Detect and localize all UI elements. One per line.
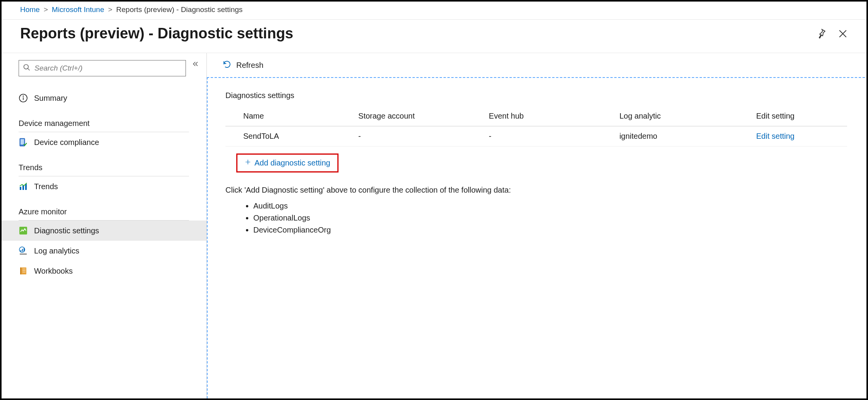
svg-rect-5 (21, 139, 24, 145)
main-content: Refresh Diagnostics settings Name Storag… (207, 53, 866, 398)
svg-rect-16 (20, 267, 21, 274)
refresh-label: Refresh (236, 61, 263, 70)
sidebar-item-workbooks[interactable]: Workbooks (2, 261, 206, 281)
list-item: AuditLogs (253, 200, 847, 212)
command-bar: Refresh (207, 53, 866, 77)
add-diagnostic-setting-button[interactable]: Add diagnostic setting (236, 153, 339, 172)
sidebar-item-label: Log analytics (34, 247, 79, 255)
device-compliance-icon (19, 138, 28, 147)
sidebar-item-label: Device compliance (34, 138, 99, 147)
title-bar: Reports (preview) - Diagnostic settings (2, 20, 866, 53)
search-input[interactable] (31, 64, 182, 72)
search-icon (23, 64, 31, 73)
table-row: SendToLA - - ignitedemo Edit setting (225, 126, 847, 147)
pin-icon[interactable] (815, 28, 827, 40)
list-item: OperationalLogs (253, 212, 847, 224)
page-title: Reports (preview) - Diagnostic settings (20, 25, 815, 42)
log-analytics-icon (19, 246, 28, 255)
trends-icon (19, 182, 28, 191)
sidebar-item-diagnostic-settings[interactable]: Diagnostic settings (2, 221, 206, 241)
sidebar-item-summary[interactable]: Summary (2, 88, 206, 108)
collapse-sidebar-icon[interactable] (192, 60, 199, 70)
search-input-wrap[interactable] (19, 60, 186, 76)
diagnostic-settings-icon (19, 226, 28, 235)
info-text: Click 'Add Diagnostic setting' above to … (225, 186, 847, 195)
svg-rect-11 (21, 250, 21, 252)
refresh-button[interactable]: Refresh (222, 60, 263, 71)
svg-point-0 (24, 64, 29, 69)
col-eventhub: Event hub (486, 108, 617, 126)
cell-storage: - (356, 126, 486, 147)
plus-icon (244, 159, 251, 167)
close-icon[interactable] (837, 28, 849, 40)
info-icon (19, 93, 28, 103)
col-edit: Edit setting (754, 108, 847, 126)
cell-loganalytic: ignitedemo (617, 126, 754, 147)
sidebar-item-device-compliance[interactable]: Device compliance (2, 132, 206, 152)
chevron-right-icon: > (108, 5, 112, 14)
list-item: DeviceComplianceOrg (253, 224, 847, 236)
diagnostics-table: Name Storage account Event hub Log analy… (225, 108, 847, 147)
sidebar-group-trends: Trends (19, 163, 189, 176)
chevron-right-icon: > (44, 5, 48, 14)
section-label: Diagnostics settings (225, 91, 847, 100)
sidebar-group-azure-monitor: Azure monitor (19, 207, 189, 221)
breadcrumb-intune[interactable]: Microsoft Intune (52, 5, 104, 14)
svg-rect-12 (22, 249, 23, 252)
breadcrumb-current: Reports (preview) - Diagnostic settings (116, 5, 242, 14)
add-diagnostic-label: Add diagnostic setting (254, 159, 330, 167)
edit-setting-link[interactable]: Edit setting (756, 132, 794, 140)
sidebar-item-log-analytics[interactable]: Log analytics (2, 241, 206, 261)
svg-rect-6 (20, 187, 21, 190)
data-types-list: AuditLogs OperationalLogs DeviceComplian… (225, 200, 847, 236)
sidebar-item-trends[interactable]: Trends (2, 176, 206, 197)
cell-eventhub: - (486, 126, 617, 147)
breadcrumb: Home > Microsoft Intune > Reports (previ… (2, 2, 866, 20)
col-storage: Storage account (356, 108, 486, 126)
cell-name: SendToLA (225, 126, 356, 147)
col-loganalytic: Log analytic (617, 108, 754, 126)
refresh-icon (222, 60, 232, 71)
svg-point-3 (23, 96, 23, 96)
sidebar-group-device-management: Device management (19, 119, 189, 132)
sidebar: Summary Device management Device complia… (2, 53, 207, 398)
sidebar-item-label: Summary (34, 94, 67, 103)
sidebar-item-label: Trends (34, 182, 58, 191)
workbooks-icon (19, 266, 28, 276)
breadcrumb-home[interactable]: Home (20, 5, 40, 14)
svg-rect-14 (20, 253, 27, 255)
sidebar-item-label: Diagnostic settings (34, 226, 99, 235)
sidebar-item-label: Workbooks (34, 267, 73, 276)
col-name: Name (225, 108, 356, 126)
svg-rect-13 (24, 248, 24, 252)
